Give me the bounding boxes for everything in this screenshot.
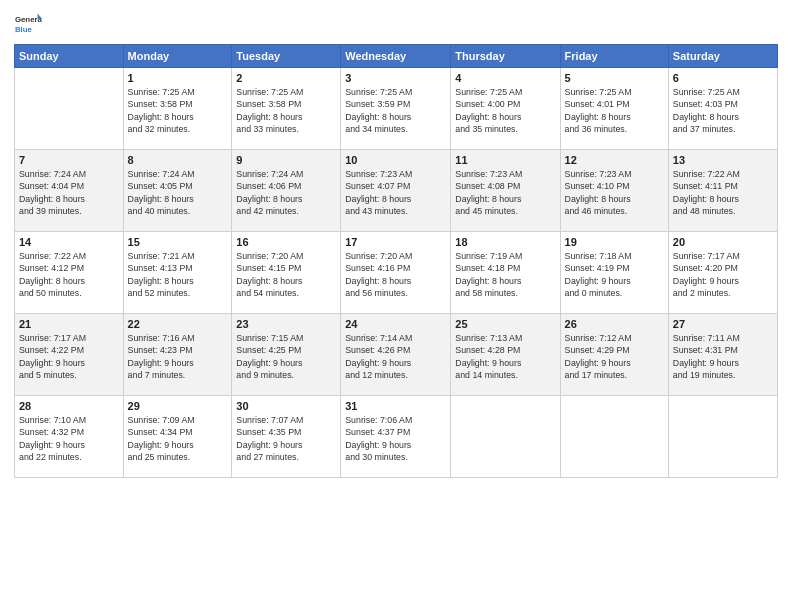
day-cell: 23Sunrise: 7:15 AM Sunset: 4:25 PM Dayli… <box>232 314 341 396</box>
day-number: 17 <box>345 236 446 248</box>
day-detail: Sunrise: 7:17 AM Sunset: 4:22 PM Dayligh… <box>19 332 119 381</box>
day-number: 12 <box>565 154 664 166</box>
day-cell <box>15 68 124 150</box>
day-cell: 11Sunrise: 7:23 AM Sunset: 4:08 PM Dayli… <box>451 150 560 232</box>
day-number: 27 <box>673 318 773 330</box>
day-cell: 29Sunrise: 7:09 AM Sunset: 4:34 PM Dayli… <box>123 396 232 478</box>
day-cell: 26Sunrise: 7:12 AM Sunset: 4:29 PM Dayli… <box>560 314 668 396</box>
day-cell <box>668 396 777 478</box>
day-number: 10 <box>345 154 446 166</box>
day-number: 4 <box>455 72 555 84</box>
day-number: 14 <box>19 236 119 248</box>
calendar-body: 1Sunrise: 7:25 AM Sunset: 3:58 PM Daylig… <box>15 68 778 478</box>
svg-text:Blue: Blue <box>15 25 33 34</box>
day-detail: Sunrise: 7:10 AM Sunset: 4:32 PM Dayligh… <box>19 414 119 463</box>
day-detail: Sunrise: 7:24 AM Sunset: 4:06 PM Dayligh… <box>236 168 336 217</box>
day-detail: Sunrise: 7:25 AM Sunset: 3:58 PM Dayligh… <box>236 86 336 135</box>
col-header-tuesday: Tuesday <box>232 45 341 68</box>
day-detail: Sunrise: 7:06 AM Sunset: 4:37 PM Dayligh… <box>345 414 446 463</box>
day-number: 30 <box>236 400 336 412</box>
day-number: 9 <box>236 154 336 166</box>
day-cell: 17Sunrise: 7:20 AM Sunset: 4:16 PM Dayli… <box>341 232 451 314</box>
day-number: 5 <box>565 72 664 84</box>
day-number: 20 <box>673 236 773 248</box>
day-cell: 15Sunrise: 7:21 AM Sunset: 4:13 PM Dayli… <box>123 232 232 314</box>
day-cell: 19Sunrise: 7:18 AM Sunset: 4:19 PM Dayli… <box>560 232 668 314</box>
day-cell: 25Sunrise: 7:13 AM Sunset: 4:28 PM Dayli… <box>451 314 560 396</box>
day-detail: Sunrise: 7:11 AM Sunset: 4:31 PM Dayligh… <box>673 332 773 381</box>
col-header-monday: Monday <box>123 45 232 68</box>
day-cell: 28Sunrise: 7:10 AM Sunset: 4:32 PM Dayli… <box>15 396 124 478</box>
day-number: 6 <box>673 72 773 84</box>
day-cell: 22Sunrise: 7:16 AM Sunset: 4:23 PM Dayli… <box>123 314 232 396</box>
day-cell: 10Sunrise: 7:23 AM Sunset: 4:07 PM Dayli… <box>341 150 451 232</box>
day-cell: 21Sunrise: 7:17 AM Sunset: 4:22 PM Dayli… <box>15 314 124 396</box>
day-cell: 7Sunrise: 7:24 AM Sunset: 4:04 PM Daylig… <box>15 150 124 232</box>
header-row: SundayMondayTuesdayWednesdayThursdayFrid… <box>15 45 778 68</box>
day-number: 24 <box>345 318 446 330</box>
day-detail: Sunrise: 7:23 AM Sunset: 4:08 PM Dayligh… <box>455 168 555 217</box>
day-number: 22 <box>128 318 228 330</box>
day-detail: Sunrise: 7:19 AM Sunset: 4:18 PM Dayligh… <box>455 250 555 299</box>
day-detail: Sunrise: 7:20 AM Sunset: 4:16 PM Dayligh… <box>345 250 446 299</box>
day-detail: Sunrise: 7:25 AM Sunset: 4:00 PM Dayligh… <box>455 86 555 135</box>
day-detail: Sunrise: 7:22 AM Sunset: 4:11 PM Dayligh… <box>673 168 773 217</box>
col-header-saturday: Saturday <box>668 45 777 68</box>
col-header-wednesday: Wednesday <box>341 45 451 68</box>
week-row-4: 21Sunrise: 7:17 AM Sunset: 4:22 PM Dayli… <box>15 314 778 396</box>
day-cell: 27Sunrise: 7:11 AM Sunset: 4:31 PM Dayli… <box>668 314 777 396</box>
day-number: 29 <box>128 400 228 412</box>
day-number: 28 <box>19 400 119 412</box>
page-container: General Blue SundayMondayTuesdayWednesda… <box>0 0 792 486</box>
col-header-sunday: Sunday <box>15 45 124 68</box>
day-number: 21 <box>19 318 119 330</box>
day-detail: Sunrise: 7:16 AM Sunset: 4:23 PM Dayligh… <box>128 332 228 381</box>
day-detail: Sunrise: 7:17 AM Sunset: 4:20 PM Dayligh… <box>673 250 773 299</box>
day-cell: 5Sunrise: 7:25 AM Sunset: 4:01 PM Daylig… <box>560 68 668 150</box>
day-detail: Sunrise: 7:13 AM Sunset: 4:28 PM Dayligh… <box>455 332 555 381</box>
day-detail: Sunrise: 7:15 AM Sunset: 4:25 PM Dayligh… <box>236 332 336 381</box>
week-row-5: 28Sunrise: 7:10 AM Sunset: 4:32 PM Dayli… <box>15 396 778 478</box>
day-cell: 24Sunrise: 7:14 AM Sunset: 4:26 PM Dayli… <box>341 314 451 396</box>
day-cell: 18Sunrise: 7:19 AM Sunset: 4:18 PM Dayli… <box>451 232 560 314</box>
day-detail: Sunrise: 7:20 AM Sunset: 4:15 PM Dayligh… <box>236 250 336 299</box>
day-cell: 1Sunrise: 7:25 AM Sunset: 3:58 PM Daylig… <box>123 68 232 150</box>
day-detail: Sunrise: 7:21 AM Sunset: 4:13 PM Dayligh… <box>128 250 228 299</box>
day-detail: Sunrise: 7:24 AM Sunset: 4:05 PM Dayligh… <box>128 168 228 217</box>
day-cell: 9Sunrise: 7:24 AM Sunset: 4:06 PM Daylig… <box>232 150 341 232</box>
day-cell: 6Sunrise: 7:25 AM Sunset: 4:03 PM Daylig… <box>668 68 777 150</box>
day-detail: Sunrise: 7:22 AM Sunset: 4:12 PM Dayligh… <box>19 250 119 299</box>
day-number: 13 <box>673 154 773 166</box>
week-row-3: 14Sunrise: 7:22 AM Sunset: 4:12 PM Dayli… <box>15 232 778 314</box>
day-cell: 16Sunrise: 7:20 AM Sunset: 4:15 PM Dayli… <box>232 232 341 314</box>
day-cell: 3Sunrise: 7:25 AM Sunset: 3:59 PM Daylig… <box>341 68 451 150</box>
day-number: 19 <box>565 236 664 248</box>
day-detail: Sunrise: 7:25 AM Sunset: 3:58 PM Dayligh… <box>128 86 228 135</box>
day-cell <box>451 396 560 478</box>
day-cell: 30Sunrise: 7:07 AM Sunset: 4:35 PM Dayli… <box>232 396 341 478</box>
day-number: 7 <box>19 154 119 166</box>
day-number: 26 <box>565 318 664 330</box>
day-detail: Sunrise: 7:12 AM Sunset: 4:29 PM Dayligh… <box>565 332 664 381</box>
day-detail: Sunrise: 7:14 AM Sunset: 4:26 PM Dayligh… <box>345 332 446 381</box>
day-number: 23 <box>236 318 336 330</box>
day-number: 18 <box>455 236 555 248</box>
day-cell: 4Sunrise: 7:25 AM Sunset: 4:00 PM Daylig… <box>451 68 560 150</box>
header: General Blue <box>14 10 778 38</box>
day-detail: Sunrise: 7:24 AM Sunset: 4:04 PM Dayligh… <box>19 168 119 217</box>
col-header-friday: Friday <box>560 45 668 68</box>
day-number: 1 <box>128 72 228 84</box>
day-number: 16 <box>236 236 336 248</box>
week-row-1: 1Sunrise: 7:25 AM Sunset: 3:58 PM Daylig… <box>15 68 778 150</box>
day-number: 11 <box>455 154 555 166</box>
day-number: 15 <box>128 236 228 248</box>
day-cell: 20Sunrise: 7:17 AM Sunset: 4:20 PM Dayli… <box>668 232 777 314</box>
day-cell: 31Sunrise: 7:06 AM Sunset: 4:37 PM Dayli… <box>341 396 451 478</box>
col-header-thursday: Thursday <box>451 45 560 68</box>
day-detail: Sunrise: 7:09 AM Sunset: 4:34 PM Dayligh… <box>128 414 228 463</box>
day-cell: 13Sunrise: 7:22 AM Sunset: 4:11 PM Dayli… <box>668 150 777 232</box>
day-cell <box>560 396 668 478</box>
day-detail: Sunrise: 7:18 AM Sunset: 4:19 PM Dayligh… <box>565 250 664 299</box>
day-detail: Sunrise: 7:25 AM Sunset: 4:03 PM Dayligh… <box>673 86 773 135</box>
day-detail: Sunrise: 7:23 AM Sunset: 4:10 PM Dayligh… <box>565 168 664 217</box>
